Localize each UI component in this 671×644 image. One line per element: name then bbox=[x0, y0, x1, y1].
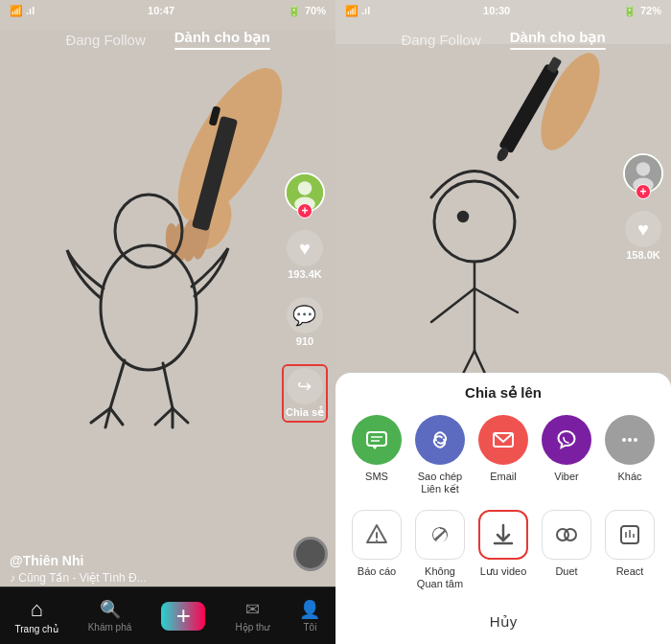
status-icons-right: 🔋 72% bbox=[623, 5, 661, 17]
like-count-right: 158.0K bbox=[626, 249, 659, 261]
email-label: Email bbox=[490, 471, 517, 483]
nav-inbox[interactable]: ✉ Hộp thư bbox=[235, 599, 269, 632]
nav-explore[interactable]: 🔍 Khám phá bbox=[88, 599, 132, 632]
sidebar-right-left: + ♥ 193.4K 💬 910 ↪ Chia sẻ bbox=[282, 172, 328, 423]
comment-count: 910 bbox=[296, 335, 313, 347]
bottom-navigation-left: ⌂ Trang chủ 🔍 Khám phá + ✉ Hộp thư 👤 Tôi bbox=[0, 586, 336, 644]
share-label: Chia sẻ bbox=[286, 406, 324, 419]
share-viber[interactable]: Viber bbox=[540, 415, 593, 495]
svg-rect-37 bbox=[367, 432, 386, 446]
like-button-right[interactable]: ♥ 158.0K bbox=[625, 211, 661, 261]
battery-percent-left: 70% bbox=[305, 5, 326, 16]
like-count: 193.4K bbox=[288, 268, 321, 280]
follow-plus-badge-right[interactable]: + bbox=[636, 184, 651, 199]
report-icon bbox=[352, 510, 402, 560]
comment-button[interactable]: 💬 910 bbox=[287, 297, 323, 347]
share-sheet-title: Chia sẻ lên bbox=[336, 384, 671, 402]
share-react[interactable]: React bbox=[603, 510, 657, 590]
tab-foryou-left[interactable]: Dành cho bạn bbox=[174, 29, 270, 50]
nav-profile[interactable]: 👤 Tôi bbox=[299, 599, 320, 632]
duet-label: Duet bbox=[555, 565, 577, 578]
comment-icon: 💬 bbox=[287, 297, 323, 334]
svg-point-41 bbox=[622, 438, 626, 442]
inbox-icon: ✉ bbox=[245, 599, 260, 620]
share-more[interactable]: Khác bbox=[603, 415, 657, 495]
plus-icon: + bbox=[176, 601, 191, 631]
share-row-1: SMS Sao chépLiên kết Email bbox=[336, 415, 671, 495]
svg-point-28 bbox=[458, 212, 468, 221]
share-report[interactable]: Báo cáo bbox=[350, 510, 404, 590]
save-video-label: Lưu video bbox=[480, 565, 527, 578]
share-copy-link[interactable]: Sao chépLiên kết bbox=[413, 415, 467, 495]
not-interested-label: KhôngQuan tâm bbox=[417, 565, 463, 590]
profile-label: Tôi bbox=[303, 622, 316, 632]
share-button[interactable]: ↪ Chia sẻ bbox=[282, 364, 328, 423]
svg-point-42 bbox=[628, 438, 632, 442]
song-info[interactable]: ♪ Cũng Tần - Việt Tình Đ... bbox=[10, 571, 278, 585]
status-signal-right: 📶 .ıl bbox=[345, 5, 370, 17]
avatar-container: + bbox=[285, 172, 325, 213]
profile-icon: 👤 bbox=[299, 599, 320, 620]
status-icons-left: 🔋 70% bbox=[288, 5, 326, 17]
status-bar-left: 📶 .ıl 10:47 🔋 70% bbox=[0, 0, 336, 21]
nav-create[interactable]: + bbox=[161, 602, 205, 631]
status-time-left: 10:47 bbox=[148, 5, 174, 16]
create-button[interactable]: + bbox=[161, 602, 205, 631]
share-sheet: Chia sẻ lên SMS Sao chépLiên kết bbox=[336, 373, 671, 644]
nav-tabs-right: Đang Follow Dành cho bạn bbox=[336, 21, 671, 58]
copy-link-icon bbox=[415, 415, 465, 465]
sidebar-right-right: + ♥ 158.0K bbox=[623, 153, 663, 261]
left-phone-panel: 📶 .ıl 10:47 🔋 70% Đang Follow Dành cho b… bbox=[0, 0, 336, 644]
video-info: @Thiên Nhi ♪ Cũng Tần - Việt Tình Đ... bbox=[10, 553, 278, 585]
not-interested-icon bbox=[415, 510, 465, 560]
viber-icon bbox=[542, 415, 591, 465]
share-sms[interactable]: SMS bbox=[350, 415, 404, 495]
battery-icon-right: 🔋 bbox=[623, 5, 636, 17]
follow-plus-badge[interactable]: + bbox=[297, 203, 312, 218]
more-icon bbox=[605, 415, 655, 465]
battery-percent-right: 72% bbox=[640, 5, 661, 16]
explore-label: Khám phá bbox=[88, 622, 132, 632]
like-button[interactable]: ♥ 193.4K bbox=[287, 230, 323, 280]
copy-link-label: Sao chépLiên kết bbox=[418, 471, 462, 495]
avatar-container-right: + bbox=[623, 153, 663, 194]
share-save-video[interactable]: Lưu video bbox=[476, 510, 530, 590]
nav-home[interactable]: ⌂ Trang chủ bbox=[15, 597, 58, 634]
status-bar-right: 📶 .ıl 10:30 🔋 72% bbox=[336, 0, 671, 21]
more-label: Khác bbox=[617, 471, 641, 483]
share-email[interactable]: Email bbox=[476, 415, 530, 495]
duet-icon bbox=[542, 510, 591, 560]
save-video-icon bbox=[478, 510, 528, 560]
right-phone-panel: 📶 .ıl 10:30 🔋 72% Đang Follow Dành cho b… bbox=[336, 0, 671, 644]
tab-following-right[interactable]: Đang Follow bbox=[401, 32, 480, 48]
svg-point-45 bbox=[376, 540, 378, 541]
tab-foryou-right[interactable]: Dành cho bạn bbox=[510, 29, 606, 50]
status-time-right: 10:30 bbox=[483, 5, 510, 16]
username[interactable]: @Thiên Nhi bbox=[10, 553, 278, 568]
inbox-label: Hộp thư bbox=[235, 622, 269, 632]
svg-point-35 bbox=[636, 162, 650, 175]
react-icon bbox=[605, 510, 655, 560]
share-not-interested[interactable]: KhôngQuan tâm bbox=[413, 510, 467, 590]
sms-label: SMS bbox=[365, 471, 388, 483]
status-signal: 📶 .ıl bbox=[10, 5, 35, 17]
report-label: Báo cáo bbox=[358, 565, 396, 578]
svg-point-48 bbox=[565, 529, 576, 540]
battery-icon: 🔋 bbox=[288, 5, 301, 17]
home-icon: ⌂ bbox=[30, 597, 42, 622]
svg-point-20 bbox=[298, 181, 312, 195]
explore-icon: 🔍 bbox=[100, 599, 121, 620]
email-icon bbox=[478, 415, 528, 465]
home-label: Trang chủ bbox=[15, 624, 58, 634]
share-row-2: Báo cáo KhôngQuan tâm Lưu video bbox=[336, 510, 671, 590]
share-duet[interactable]: Duet bbox=[540, 510, 593, 590]
nav-tabs-left: Đang Follow Dành cho bạn bbox=[0, 21, 336, 58]
heart-icon-right: ♥ bbox=[625, 211, 661, 247]
react-label: React bbox=[616, 565, 644, 578]
svg-point-43 bbox=[634, 438, 637, 442]
cancel-button[interactable]: Hủy bbox=[336, 604, 671, 634]
sms-icon bbox=[352, 415, 402, 465]
tab-following-left[interactable]: Đang Follow bbox=[65, 32, 145, 48]
heart-icon: ♥ bbox=[287, 230, 323, 266]
share-icon: ↪ bbox=[287, 368, 323, 404]
